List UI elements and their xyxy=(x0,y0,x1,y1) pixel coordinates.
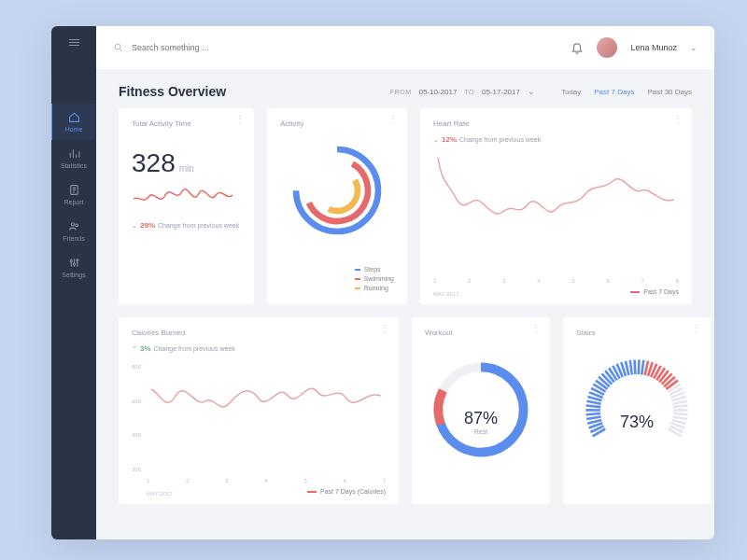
sidebar-item-report[interactable]: Report xyxy=(51,176,96,213)
tab-today[interactable]: Today xyxy=(561,88,581,96)
stairs-pct: 73% xyxy=(620,413,654,432)
svg-line-39 xyxy=(645,361,648,375)
caret-up-icon: ⌃ xyxy=(132,345,137,353)
svg-line-55 xyxy=(673,413,688,414)
more-icon[interactable]: ⋮ xyxy=(388,118,398,121)
svg-point-4 xyxy=(73,263,75,265)
svg-line-34 xyxy=(626,361,628,375)
tab-past-7[interactable]: Past 7 Days xyxy=(594,88,634,96)
change-pct: 29% xyxy=(140,221,155,230)
svg-point-5 xyxy=(76,259,78,261)
activity-time-unit: min xyxy=(179,163,194,174)
stairs-gauge xyxy=(576,350,698,471)
x-axis: 12345678 xyxy=(433,278,679,284)
card-title: Heart Rate xyxy=(433,119,679,128)
sidebar-item-friends[interactable]: Friends xyxy=(51,213,96,249)
legend-label: Past 7 Days xyxy=(643,288,679,295)
svg-line-53 xyxy=(673,406,688,408)
change-label: Change from previous week xyxy=(459,136,541,143)
from-date[interactable]: 05-10-2017 xyxy=(418,88,457,96)
username: Lena Munoz xyxy=(630,43,677,52)
svg-line-20 xyxy=(586,406,601,408)
card-workout: Workout ⋮ 87% Rest xyxy=(412,317,550,504)
svg-line-35 xyxy=(630,360,632,374)
change-label: Change from previous week xyxy=(158,222,239,229)
svg-line-52 xyxy=(672,401,686,404)
card-activity-time: Total Activity Time ⋮ 328min ⌄ 29% Chang… xyxy=(119,108,254,304)
more-icon[interactable]: ⋮ xyxy=(380,327,389,330)
legend-label: Past 7 Days (Calories) xyxy=(320,488,386,495)
sidebar-item-label: Statistics xyxy=(61,162,87,169)
to-date[interactable]: 05-17-2017 xyxy=(482,88,520,96)
bell-icon[interactable] xyxy=(571,41,584,54)
caret-down-icon: ⌄ xyxy=(433,136,439,144)
card-title: Workout xyxy=(425,329,537,337)
search-icon xyxy=(113,42,124,53)
workout-pct: 87% xyxy=(464,409,498,428)
sidebar-item-label: Home xyxy=(65,126,83,133)
from-label: FROM xyxy=(390,89,412,95)
svg-line-21 xyxy=(586,401,600,404)
sidebar-item-label: Settings xyxy=(62,272,85,278)
month-label: MAY 2017 xyxy=(147,491,172,497)
sidebar-item-label: Report xyxy=(63,199,83,205)
sparkline xyxy=(132,178,234,216)
sidebar-item-label: Friends xyxy=(63,235,84,242)
home-icon xyxy=(68,111,80,123)
card-calories: Calories Burned ⋮ ⌃ 3% Change from previ… xyxy=(119,317,399,504)
chevron-down-icon[interactable]: ⌄ xyxy=(528,87,535,96)
svg-point-1 xyxy=(71,223,74,226)
avatar[interactable] xyxy=(597,37,617,58)
card-title: Total Activity Time xyxy=(132,119,241,128)
svg-line-56 xyxy=(672,416,686,419)
change-pct: 12% xyxy=(442,135,457,144)
tab-past-30[interactable]: Past 30 Days xyxy=(647,88,692,96)
card-activity: Activity ⋮ Steps Swimming Running xyxy=(267,108,407,304)
more-icon[interactable]: ⋮ xyxy=(692,327,701,330)
workout-sub: Rest xyxy=(464,428,498,435)
activity-time-value: 328 xyxy=(132,148,176,177)
legend-swimming: Swimming xyxy=(364,275,394,282)
more-icon[interactable]: ⋮ xyxy=(673,118,683,121)
page-title: Fitness Overview xyxy=(119,84,226,99)
users-icon xyxy=(68,220,80,232)
calories-line xyxy=(132,357,386,445)
x-axis: 1234567 xyxy=(147,478,386,483)
sidebar-item-statistics[interactable]: Statistics xyxy=(51,140,96,176)
sidebar: Home Statistics Report Friends Settings xyxy=(51,26,96,539)
svg-point-6 xyxy=(115,44,120,49)
legend-running: Running xyxy=(364,285,388,291)
topbar: Lena Munoz ⌄ xyxy=(96,26,714,69)
card-stairs: Stairs ⋮ 73% xyxy=(563,317,711,504)
sidebar-item-settings[interactable]: Settings xyxy=(51,249,96,286)
svg-line-37 xyxy=(639,359,640,374)
more-icon[interactable]: ⋮ xyxy=(531,327,541,330)
more-icon[interactable]: ⋮ xyxy=(235,118,245,121)
card-title: Stairs xyxy=(576,329,698,337)
heart-rate-line xyxy=(433,144,679,246)
search xyxy=(113,42,571,53)
main: Lena Munoz ⌄ Fitness Overview FROM 05-10… xyxy=(96,26,714,539)
svg-line-38 xyxy=(641,360,643,374)
search-input[interactable] xyxy=(132,43,318,52)
card-title: Calories Burned xyxy=(132,329,386,337)
sliders-icon xyxy=(68,257,80,269)
svg-line-36 xyxy=(635,359,636,374)
sidebar-item-home[interactable]: Home xyxy=(51,104,95,140)
change-label: Change from previous week xyxy=(154,345,235,352)
svg-point-3 xyxy=(70,260,72,262)
document-icon xyxy=(68,184,80,196)
activity-donut xyxy=(286,139,388,242)
chart-icon xyxy=(68,147,80,160)
to-label: TO xyxy=(464,89,474,95)
legend-steps: Steps xyxy=(364,266,381,273)
month-label: MAY 2017 xyxy=(433,291,458,297)
chevron-down-icon[interactable]: ⌄ xyxy=(690,43,698,52)
card-heart-rate: Heart Rate ⋮ ⌄ 12% Change from previous … xyxy=(420,108,692,304)
svg-line-17 xyxy=(586,416,600,419)
menu-icon[interactable] xyxy=(69,37,79,48)
svg-point-2 xyxy=(75,224,78,227)
caret-down-icon: ⌄ xyxy=(132,222,137,230)
change-pct: 3% xyxy=(140,344,151,353)
card-title: Activity xyxy=(280,119,394,128)
